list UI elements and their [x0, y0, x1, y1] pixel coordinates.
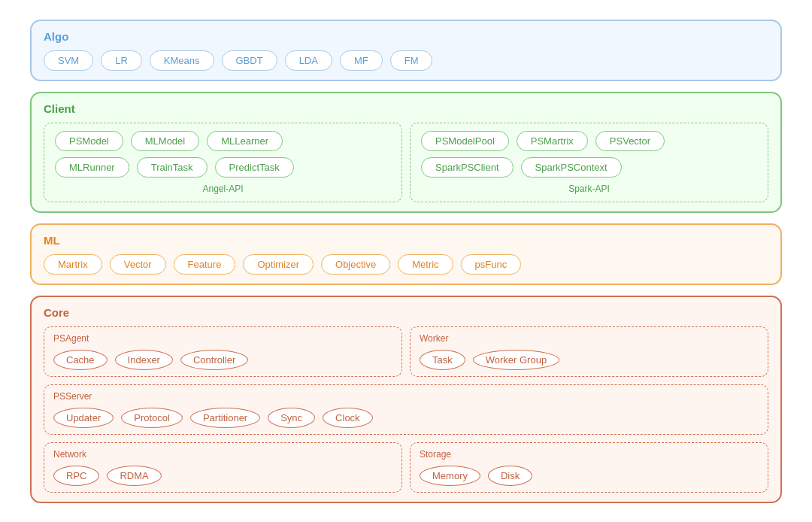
network-items: RPC RDMA [53, 466, 392, 486]
pill-objective: Objective [321, 254, 390, 275]
oval-indexer: Indexer [115, 350, 173, 370]
worker-box: Worker Task Worker Group [410, 326, 768, 377]
oval-controller: Controller [180, 350, 248, 370]
oval-protocol: Protocol [121, 408, 183, 428]
pill-lr: LR [101, 50, 142, 71]
pill-traintask: TrainTask [137, 157, 208, 178]
ml-pills-row: Martrix Vector Feature Optimizer Objecti… [44, 254, 768, 275]
storage-items: Memory Disk [420, 466, 759, 486]
client-label: Client [44, 102, 768, 115]
psagent-box: PSAgent Cache Indexer Controller [44, 326, 402, 377]
oval-disk: Disk [488, 466, 532, 486]
client-right-box: PSModelPool PSMartrix PSVector SparkPSCl… [410, 123, 768, 202]
angel-api-label: Angel-API [55, 184, 391, 194]
pill-mllearner: MLLearner [207, 131, 283, 151]
client-right-row2: SparkPSClient SparkPSContext [421, 157, 757, 178]
pill-fm: FM [390, 50, 433, 71]
storage-label: Storage [420, 449, 759, 460]
ml-section: ML Martrix Vector Feature Optimizer Obje… [30, 223, 782, 285]
oval-rpc: RPC [53, 466, 99, 486]
core-section: Core PSAgent Cache Indexer Controller Wo… [30, 296, 782, 503]
core-middle-row: PSServer Updater Protocol Partitioner Sy… [44, 384, 768, 435]
worker-label: Worker [420, 333, 759, 344]
pill-psfunc: psFunc [461, 254, 522, 275]
psserver-box: PSServer Updater Protocol Partitioner Sy… [44, 384, 768, 435]
pill-lda: LDA [285, 50, 332, 71]
oval-task: Task [420, 350, 465, 370]
network-label: Network [53, 449, 392, 460]
pill-sparkpsclient: SparkPSClient [421, 157, 514, 178]
core-top-row: PSAgent Cache Indexer Controller Worker … [44, 326, 768, 377]
pill-mlrunner: MLRunner [55, 157, 129, 178]
core-label: Core [44, 306, 768, 319]
oval-sync: Sync [268, 408, 315, 428]
oval-partitioner: Partitioner [190, 408, 260, 428]
network-box: Network RPC RDMA [44, 442, 402, 493]
oval-rdma: RDMA [107, 466, 161, 486]
main-diagram: Algo SVM LR KMeans GBDT LDA MF FM Client… [23, 12, 789, 511]
algo-pills-row: SVM LR KMeans GBDT LDA MF FM [44, 50, 768, 71]
pill-martrix: Martrix [44, 254, 102, 275]
client-section: Client PSModel MLModel MLLearner MLRunne… [30, 92, 782, 213]
oval-cache: Cache [53, 350, 108, 370]
pill-gbdt: GBDT [222, 50, 277, 71]
client-left-row1: PSModel MLModel MLLearner [55, 131, 391, 151]
client-left-rows: PSModel MLModel MLLearner MLRunner Train… [55, 131, 391, 178]
pill-psvector: PSVector [595, 131, 665, 151]
pill-kmeans: KMeans [150, 50, 214, 71]
pill-mf: MF [340, 50, 383, 71]
pill-mlmodel: MLModel [131, 131, 199, 151]
ml-label: ML [44, 234, 768, 247]
oval-updater: Updater [53, 408, 114, 428]
psagent-label: PSAgent [53, 333, 392, 344]
pill-predicttask: PredictTask [215, 157, 294, 178]
storage-box: Storage Memory Disk [410, 442, 768, 493]
client-right-rows: PSModelPool PSMartrix PSVector SparkPSCl… [421, 131, 757, 178]
psagent-items: Cache Indexer Controller [53, 350, 392, 370]
spark-api-label: Spark-API [421, 184, 757, 194]
client-left-row2: MLRunner TrainTask PredictTask [55, 157, 391, 178]
client-right-row1: PSModelPool PSMartrix PSVector [421, 131, 757, 151]
pill-metric: Metric [398, 254, 453, 275]
pill-feature: Feature [174, 254, 236, 275]
algo-label: Algo [44, 30, 768, 43]
pill-vector: Vector [110, 254, 166, 275]
oval-memory: Memory [420, 466, 480, 486]
oval-clock: Clock [323, 408, 373, 428]
pill-svm: SVM [44, 50, 93, 71]
core-inner: PSAgent Cache Indexer Controller Worker … [44, 326, 768, 493]
client-left-box: PSModel MLModel MLLearner MLRunner Train… [44, 123, 402, 202]
oval-workergroup: Worker Group [473, 350, 559, 370]
psserver-label: PSServer [53, 391, 759, 402]
pill-psmodel: PSModel [55, 131, 123, 151]
algo-section: Algo SVM LR KMeans GBDT LDA MF FM [30, 20, 782, 81]
client-inner: PSModel MLModel MLLearner MLRunner Train… [44, 123, 768, 202]
pill-psmartrix: PSMartrix [517, 131, 588, 151]
pill-psmodelpool: PSModelPool [421, 131, 509, 151]
core-bottom-row: Network RPC RDMA Storage Memory Disk [44, 442, 768, 493]
worker-items: Task Worker Group [420, 350, 759, 370]
pill-optimizer: Optimizer [243, 254, 314, 275]
pill-sparkpscontext: SparkPSContext [521, 157, 622, 178]
psserver-items: Updater Protocol Partitioner Sync Clock [53, 408, 759, 428]
